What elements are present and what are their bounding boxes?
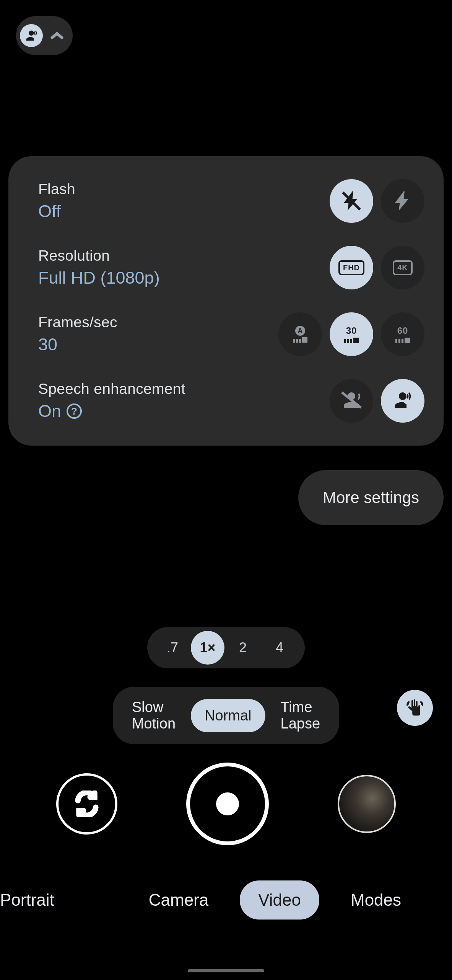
gallery-thumbnail[interactable] [338, 775, 396, 833]
zoom-1x[interactable]: 1× [191, 631, 224, 665]
setting-row-flash: Flash Off [38, 179, 424, 223]
mode-time-lapse[interactable]: Time Lapse [267, 691, 334, 740]
setting-row-resolution: Resolution Full HD (1080p) FHD 4K [38, 246, 424, 289]
speech-enhancement-indicator-icon[interactable] [20, 24, 43, 47]
help-icon[interactable]: ? [67, 403, 82, 419]
resolution-4k-button[interactable]: 4K [381, 246, 424, 289]
record-button[interactable] [186, 763, 269, 845]
speech-on-icon [391, 389, 414, 413]
palm-timer-button[interactable] [397, 690, 433, 726]
tab-portrait[interactable]: Portrait [0, 880, 67, 920]
fps-60-icon: 60 [397, 325, 408, 336]
resolution-value: Full HD (1080p) [38, 268, 160, 288]
chevron-up-icon[interactable] [47, 27, 67, 44]
flip-camera-icon [73, 791, 100, 817]
video-mode-selector: Slow Motion Normal Time Lapse [113, 687, 339, 744]
record-dot-icon [216, 792, 239, 815]
fhd-icon: FHD [338, 260, 364, 275]
switch-camera-button[interactable] [56, 773, 117, 835]
resolution-label: Resolution [38, 247, 160, 264]
setting-row-speech: Speech enhancement On ? [38, 379, 424, 423]
more-settings-button[interactable]: More settings [298, 470, 444, 525]
flash-value: Off [38, 201, 75, 221]
camera-mode-tabs: Portrait Portrait Camera Video Modes [0, 880, 452, 920]
fps-auto-icon: A [295, 326, 305, 336]
setting-row-fps: Frames/sec 30 A 30 60 [38, 312, 424, 356]
flash-label: Flash [38, 181, 75, 198]
speech-value: On [38, 401, 61, 421]
fps-30-button[interactable]: 30 [330, 312, 373, 356]
zoom-4x[interactable]: 4 [261, 631, 298, 665]
speech-off-icon [340, 389, 363, 413]
flash-on-button[interactable] [381, 179, 424, 223]
fps-60-button[interactable]: 60 [381, 312, 424, 356]
zoom-2x[interactable]: 2 [224, 631, 261, 665]
tab-camera[interactable]: Camera [137, 880, 221, 920]
mode-slow-motion[interactable]: Slow Motion [118, 691, 189, 740]
palm-icon [405, 697, 425, 718]
fps-label: Frames/sec [38, 314, 117, 331]
quick-settings-pill[interactable] [16, 16, 73, 55]
shutter-controls [0, 763, 452, 845]
zoom-selector: .7 1× 2 4 [147, 627, 305, 668]
mode-normal[interactable]: Normal [191, 699, 265, 732]
tab-modes[interactable]: Modes [338, 880, 413, 920]
zoom-0.7x[interactable]: .7 [154, 631, 191, 665]
fps-auto-button[interactable]: A [278, 312, 322, 356]
speech-label: Speech enhancement [38, 381, 185, 397]
fps-30-icon: 30 [346, 325, 357, 336]
home-indicator[interactable] [188, 969, 264, 972]
speech-off-button[interactable] [330, 379, 373, 423]
speech-on-button[interactable] [381, 379, 424, 423]
video-quick-settings-panel: Flash Off Resolution Full HD (1080p) FHD… [8, 156, 444, 446]
tab-video[interactable]: Video [240, 880, 319, 920]
fps-value: 30 [38, 335, 117, 354]
resolution-fhd-button[interactable]: FHD [330, 246, 373, 289]
flash-off-button[interactable] [330, 179, 373, 223]
4k-icon: 4K [393, 260, 413, 275]
